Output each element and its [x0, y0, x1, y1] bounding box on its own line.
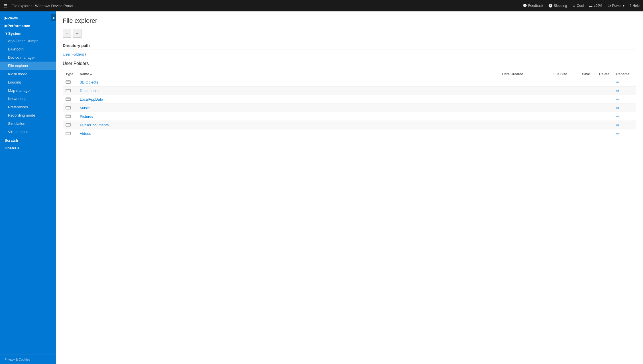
power-action[interactable]: ⏻ Power ▾ [607, 4, 624, 8]
cell-save-local-app-data [579, 95, 596, 104]
cell-type-pictures [63, 112, 77, 121]
hamburger-icon[interactable]: ☰ [3, 3, 7, 9]
sidebar-nav: ▶Views ▶Performance ▼System App Crash Du… [0, 11, 56, 355]
folder-link-pictures[interactable]: Pictures [80, 114, 93, 119]
table-row: PublicDocuments✏ [63, 121, 636, 129]
cell-delete-public-documents [596, 121, 613, 129]
sidebar-group-system[interactable]: ▼System [0, 29, 56, 37]
sidebar-item-virtual-input[interactable]: Virtual Input [0, 128, 56, 136]
cell-date-pictures [499, 112, 551, 121]
rename-button-3d-objects[interactable]: ✏ [616, 80, 620, 85]
cell-rename-pictures: ✏ [613, 112, 636, 121]
sleeping-action[interactable]: 🕐 Sleeping [548, 4, 567, 8]
nav-forward-button[interactable]: → [73, 29, 82, 38]
cell-save-documents [579, 87, 596, 95]
cell-type-documents [63, 87, 77, 95]
cell-delete-videos [596, 129, 613, 138]
nav-back-button[interactable]: ← [63, 29, 71, 38]
table-row: Pictures✏ [63, 112, 636, 121]
battery-label: ≡99% [593, 4, 602, 8]
sidebar-footer-privacy[interactable]: Privacy & Cookies [0, 355, 56, 364]
folder-link-local-app-data[interactable]: LocalAppData [80, 97, 103, 101]
cell-rename-local-app-data: ✏ [613, 95, 636, 104]
sidebar-item-file-explorer[interactable]: File explorer [0, 62, 56, 70]
cell-size-music [551, 104, 579, 112]
table-row: Videos✏ [63, 129, 636, 138]
folder-link-documents[interactable]: Documents [80, 89, 99, 93]
topbar: ☰ File explorer - Windows Device Portal … [0, 0, 643, 11]
cell-rename-music: ✏ [613, 104, 636, 112]
sidebar-item-map-manager[interactable]: Map manager [0, 86, 56, 95]
table-row: Music✏ [63, 104, 636, 112]
sidebar-item-networking[interactable]: Networking [0, 95, 56, 103]
cool-action[interactable]: 🌡 Cool [572, 4, 584, 8]
sidebar-item-bluetooth[interactable]: Bluetooth [0, 45, 56, 53]
cell-rename-public-documents: ✏ [613, 121, 636, 129]
folder-link-public-documents[interactable]: PublicDocuments [80, 123, 109, 127]
sidebar-item-kiosk-mode[interactable]: Kiosk mode [0, 70, 56, 78]
table-row: Documents✏ [63, 87, 636, 95]
cell-delete-music [596, 104, 613, 112]
cell-name-pictures: Pictures [77, 112, 499, 121]
cell-date-music [499, 104, 551, 112]
sleeping-label: Sleeping [554, 4, 567, 8]
sidebar-item-device-manager[interactable]: Device manager [0, 53, 56, 62]
cell-date-3d-objects [499, 78, 551, 87]
cell-delete-documents [596, 87, 613, 95]
rename-button-videos[interactable]: ✏ [616, 131, 620, 136]
table-row: 3D Objects✏ [63, 78, 636, 87]
cell-date-public-documents [499, 121, 551, 129]
rename-button-pictures[interactable]: ✏ [616, 114, 620, 119]
user-folders-section: User Folders Type Name ▴ Date Created Fi… [63, 61, 636, 138]
file-table: Type Name ▴ Date Created File Size Save … [63, 70, 636, 138]
rename-button-music[interactable]: ✏ [616, 106, 620, 110]
cell-size-videos [551, 129, 579, 138]
sort-indicator: ▴ [90, 72, 92, 76]
sidebar-item-performance[interactable]: ▶Performance [0, 21, 56, 29]
cell-save-public-documents [579, 121, 596, 129]
folder-link-3d-objects[interactable]: 3D Objects [80, 80, 98, 84]
sidebar-item-scratch[interactable]: Scratch [0, 136, 56, 144]
sidebar-item-preferences[interactable]: Preferences [0, 103, 56, 111]
col-header-delete: Delete [596, 70, 613, 78]
table-row: LocalAppData✏ [63, 95, 636, 104]
sidebar-item-logging[interactable]: Logging [0, 78, 56, 86]
sidebar-item-views[interactable]: ▶Views [0, 14, 56, 21]
col-header-name[interactable]: Name ▴ [77, 70, 499, 78]
cell-rename-videos: ✏ [613, 129, 636, 138]
cell-save-videos [579, 129, 596, 138]
cell-type-music [63, 104, 77, 112]
rename-button-local-app-data[interactable]: ✏ [616, 97, 620, 102]
page-title: File explorer [63, 17, 636, 25]
folder-icon [66, 97, 71, 102]
sidebar-item-openxr[interactable]: OpenXR [0, 144, 56, 151]
sidebar-item-recording-mode[interactable]: Recording mode [0, 111, 56, 119]
help-action[interactable]: ? Help [630, 4, 640, 8]
cool-label: Cool [577, 4, 584, 8]
directory-separator: \ [84, 52, 86, 56]
folder-link-videos[interactable]: Videos [80, 131, 91, 136]
user-folders-link[interactable]: User Folders [63, 52, 84, 56]
sidebar-collapse-button[interactable]: ◀ [51, 14, 56, 21]
topbar-actions: 💬 Feedback 🕐 Sleeping 🌡 Cool ▬ ≡99% ⏻ Po… [523, 4, 640, 8]
cell-size-documents [551, 87, 579, 95]
cell-delete-3d-objects [596, 78, 613, 87]
col-header-type: Type [63, 70, 77, 78]
cell-delete-local-app-data [596, 95, 613, 104]
cell-type-local-app-data [63, 95, 77, 104]
folder-icon [66, 123, 71, 127]
cell-name-public-documents: PublicDocuments [77, 121, 499, 129]
rename-button-public-documents[interactable]: ✏ [616, 123, 620, 127]
cell-save-music [579, 104, 596, 112]
cell-date-local-app-data [499, 95, 551, 104]
feedback-action[interactable]: 💬 Feedback [523, 4, 543, 8]
rename-button-documents[interactable]: ✏ [616, 89, 620, 93]
user-folders-title: User Folders [63, 61, 636, 68]
sidebar-item-app-crash-dumps[interactable]: App Crash Dumps [0, 37, 56, 45]
sidebar: ◀ ▶Views ▶Performance ▼System App Crash … [0, 11, 56, 364]
battery-action[interactable]: ▬ ≡99% [589, 4, 602, 8]
sidebar-item-simulation[interactable]: Simulation [0, 119, 56, 128]
battery-icon: ▬ [589, 4, 592, 8]
cell-size-3d-objects [551, 78, 579, 87]
folder-link-music[interactable]: Music [80, 106, 89, 110]
